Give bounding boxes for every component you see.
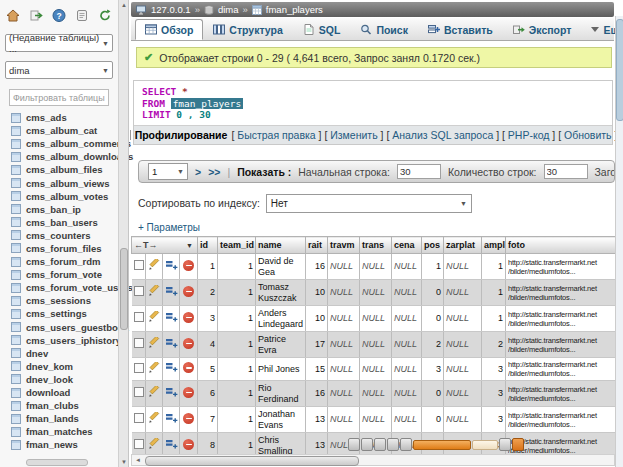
delete-icon[interactable] [183, 439, 194, 450]
overlay-button-accent[interactable] [512, 438, 524, 451]
delete-icon[interactable] [183, 286, 194, 297]
refresh-icon[interactable] [98, 8, 113, 22]
sidebar-table-item[interactable]: cms_album_comments [0, 137, 118, 150]
recent-tables-select[interactable]: (Недавние таблицы) ... ▼ [5, 34, 113, 52]
column-header-cena[interactable]: cena [392, 237, 422, 254]
tab-export[interactable]: Экспорт [503, 19, 582, 40]
profiling-link[interactable]: Анализ SQL запроса [392, 129, 493, 141]
sidebar-table-item[interactable]: cms_forum_files [0, 242, 118, 255]
vertical-scrollbar[interactable] [615, 16, 623, 467]
sidebar-hscroll-thumb[interactable] [26, 459, 88, 466]
edit-icon[interactable] [148, 337, 160, 352]
column-header-zarplat[interactable]: zarplat [444, 237, 482, 254]
copy-icon[interactable] [165, 260, 178, 274]
profiling-link[interactable]: Изменить [330, 129, 377, 141]
tab-sql[interactable]: SQL [293, 19, 351, 40]
overlay-button[interactable] [348, 438, 360, 451]
overlay-button[interactable] [361, 438, 373, 451]
edit-icon[interactable] [148, 311, 160, 326]
sidebar-table-item[interactable]: cms_ads [0, 111, 118, 124]
overlay-track[interactable] [472, 440, 498, 450]
sidebar-table-item[interactable]: fman_lands [0, 412, 118, 425]
edit-icon[interactable] [148, 386, 160, 401]
start-row-input[interactable] [397, 164, 441, 179]
row-checkbox[interactable] [134, 439, 144, 449]
hscroll-thumb[interactable] [145, 456, 359, 466]
column-header-trans[interactable]: trans [360, 237, 392, 254]
overlay-button[interactable] [400, 438, 412, 451]
tab-more[interactable]: Ещё [581, 19, 615, 40]
row-checkbox[interactable] [134, 363, 144, 373]
edit-icon[interactable] [148, 412, 160, 427]
row-checkbox[interactable] [134, 338, 144, 348]
sidebar-table-item[interactable]: cms_counters [0, 229, 118, 242]
sidebar-table-item[interactable]: cms_forum_rdm [0, 255, 118, 268]
transpose-icon[interactable]: ←T→ [134, 240, 158, 250]
docs-icon[interactable] [75, 8, 90, 22]
column-header-name[interactable]: name [256, 237, 306, 254]
delete-icon[interactable] [183, 338, 194, 349]
sidebar-scroll-thumb[interactable] [120, 248, 128, 330]
copy-icon[interactable] [165, 338, 178, 352]
edit-icon[interactable] [148, 438, 160, 453]
sidebar-scrollbar[interactable]: ▲ ▼ [118, 0, 129, 467]
delete-icon[interactable] [183, 387, 194, 398]
delete-icon[interactable] [183, 362, 194, 373]
sidebar-table-item[interactable]: download [0, 386, 118, 399]
help-icon[interactable]: ? [52, 8, 67, 22]
sidebar-table-item[interactable]: cms_album_files [0, 163, 118, 176]
logout-icon[interactable] [29, 8, 44, 22]
sidebar-table-item[interactable]: fman_news [0, 438, 118, 451]
sidebar-table-item[interactable]: cms_album_views [0, 176, 118, 189]
tab-insert[interactable]: Вставить [418, 19, 503, 40]
copy-icon[interactable] [165, 286, 178, 300]
home-icon[interactable] [6, 8, 21, 22]
sidebar-table-item[interactable]: cms_users_guestbook [0, 321, 118, 334]
column-header-ampl[interactable]: ampl [482, 237, 506, 254]
copy-icon[interactable] [165, 439, 178, 453]
column-header-rait[interactable]: rait [306, 237, 328, 254]
overlay-button[interactable] [374, 438, 386, 451]
copy-icon[interactable] [165, 413, 178, 427]
row-count-input[interactable] [544, 164, 588, 179]
sidebar-table-item[interactable]: cms_users_iphistory [0, 334, 118, 347]
profiling-link[interactable]: Быстрая правка [237, 129, 315, 141]
edit-icon[interactable] [148, 259, 160, 274]
sidebar-table-item[interactable]: dnev [0, 347, 118, 360]
edit-icon[interactable] [148, 285, 160, 300]
scroll-down-icon[interactable]: ▼ [121, 459, 127, 465]
profiling-link[interactable]: Обновить [564, 129, 612, 141]
sidebar-table-item[interactable]: cms_forum_vote [0, 268, 118, 281]
row-checkbox[interactable] [134, 387, 144, 397]
overlay-button[interactable] [499, 438, 511, 451]
tab-search[interactable]: Поиск [350, 19, 418, 40]
copy-icon[interactable] [165, 387, 178, 401]
breadcrumb-table[interactable]: fman_players [266, 4, 323, 15]
delete-icon[interactable] [183, 413, 194, 424]
sidebar-table-item[interactable]: dnev_look [0, 373, 118, 386]
overlay-button[interactable] [387, 438, 399, 451]
column-header-team_id[interactable]: team_id [218, 237, 256, 254]
breadcrumb-database[interactable]: dima [218, 4, 239, 15]
row-checkbox[interactable] [134, 260, 144, 270]
table-filter-input[interactable] [9, 89, 109, 106]
overlay-slider[interactable] [413, 440, 471, 450]
chevron-down-icon[interactable]: ▼ [186, 242, 193, 249]
sort-index-select[interactable]: Нет ▼ [266, 194, 472, 213]
profiling-link[interactable]: PHP-код [508, 129, 550, 141]
breadcrumb-server[interactable]: 127.0.0.1 [151, 4, 191, 15]
sidebar-table-item[interactable]: cms_album_votes [0, 190, 118, 203]
horizontal-scrollbar[interactable]: ◄ [131, 454, 615, 466]
profiling-checkbox[interactable] [130, 130, 131, 140]
sidebar-table-item[interactable]: cms_album_cat [0, 124, 118, 137]
column-header-travm[interactable]: travm [328, 237, 360, 254]
sidebar-table-item[interactable]: cms_ban_ip [0, 203, 118, 216]
sidebar-table-item[interactable]: cms_ban_users [0, 216, 118, 229]
sidebar-table-item[interactable]: cms_album_downloads [0, 150, 118, 163]
delete-icon[interactable] [183, 312, 194, 323]
show-label[interactable]: Показать : [237, 166, 291, 178]
scroll-up-icon[interactable]: ▲ [121, 2, 127, 8]
column-header-pos[interactable]: pos [422, 237, 444, 254]
last-page-button[interactable]: >> [208, 166, 220, 178]
edit-icon[interactable] [148, 362, 160, 377]
